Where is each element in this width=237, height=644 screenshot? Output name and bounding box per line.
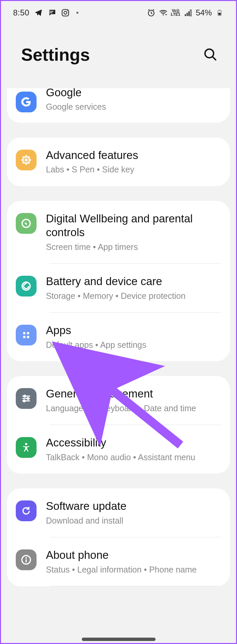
svg-rect-13 [219,13,221,15]
svg-point-20 [28,159,31,161]
svg-point-28 [27,332,29,334]
svg-line-15 [213,57,216,60]
svg-rect-0 [50,11,53,12]
svg-rect-8 [187,13,188,16]
svg-point-29 [23,336,25,338]
svg-rect-9 [188,11,189,16]
nav-bar[interactable] [1,638,236,641]
row-title: General management [46,387,221,400]
svg-point-32 [24,395,26,397]
row-title: Battery and device care [46,274,221,288]
settings-row-device-care[interactable]: Battery and device care Storage • Memory… [7,264,230,312]
alarm-icon [147,8,156,17]
svg-point-16 [25,159,28,162]
row-subtitle: Download and install [46,515,221,527]
svg-point-27 [23,332,25,334]
accessibility-icon [16,437,37,458]
wellbeing-icon [16,213,37,234]
battery-icon [215,8,224,17]
search-icon [203,47,218,62]
svg-rect-1 [50,12,52,13]
row-title: Google [46,88,221,99]
svg-point-19 [21,159,24,161]
svg-point-18 [25,162,27,165]
row-subtitle: Language and keyboard • Date and time [46,403,221,414]
row-title: Accessibility [46,436,221,449]
svg-point-22 [27,156,30,159]
svg-point-3 [64,11,67,14]
battery-percent: 54% [196,8,212,17]
svg-point-39 [25,557,27,559]
svg-point-37 [25,443,27,445]
svg-point-6 [163,14,164,15]
row-subtitle: Default apps • App settings [46,339,221,351]
svg-point-30 [27,336,29,338]
home-pill[interactable] [82,638,156,641]
signal-icon [184,8,192,17]
svg-rect-10 [190,10,191,16]
settings-row-apps[interactable]: Apps Default apps • App settings [7,313,230,361]
divider [50,586,221,586]
message-icon [48,8,56,17]
device-care-icon [16,276,37,297]
status-time: 8:50 [13,8,29,17]
telegram-icon [34,8,43,17]
settings-row-general-management[interactable]: General management Language and keyboard… [7,376,230,425]
row-title: Software update [46,499,221,513]
svg-rect-12 [219,10,221,11]
info-icon [16,549,37,570]
svg-point-24 [27,161,30,164]
row-subtitle: TalkBack • Mono audio • Assistant menu [46,452,221,463]
svg-point-4 [67,10,68,11]
row-subtitle: Labs • S Pen • Side key [46,164,221,175]
svg-point-21 [22,156,25,159]
page-title: Settings [21,45,90,65]
row-title: About phone [46,548,221,562]
settings-group: General management Language and keyboard… [7,376,230,474]
svg-rect-40 [25,559,27,562]
gear-flower-icon [16,150,37,170]
lte-indicator: Vo))LTE1 [171,9,180,16]
svg-point-23 [22,161,25,164]
apps-icon [16,325,37,345]
instagram-icon [61,8,70,17]
search-button[interactable] [202,46,219,63]
more-notifications-dot [76,12,78,14]
sliders-icon [16,388,37,409]
row-title: Digital Wellbeing and parental controls [46,212,221,239]
settings-group: Advanced features Labs • S Pen • Side ke… [7,138,230,186]
settings-group: Google Google services [7,88,230,123]
row-subtitle: Google services [46,101,221,113]
settings-group: Software update Download and install Abo… [7,488,230,586]
svg-point-17 [25,155,27,158]
settings-row-digital-wellbeing[interactable]: Digital Wellbeing and parental controls … [7,201,230,263]
row-subtitle: Status • Legal information • Phone name [46,564,221,576]
settings-row-accessibility[interactable]: Accessibility TalkBack • Mono audio • As… [7,425,230,474]
update-icon [16,500,37,521]
svg-point-36 [23,400,25,402]
settings-row-google[interactable]: Google Google services [7,88,230,123]
settings-list[interactable]: Google Google services Advanced features… [1,88,236,603]
wifi-icon [159,8,168,17]
settings-row-software-update[interactable]: Software update Download and install [7,488,230,537]
row-title: Advanced features [46,148,221,162]
row-subtitle: Screen time • App timers [46,241,221,253]
svg-point-14 [205,49,214,58]
settings-group: Digital Wellbeing and parental controls … [7,201,230,361]
settings-row-about-phone[interactable]: About phone Status • Legal information •… [7,537,230,586]
status-bar: 8:50 Vo))LTE1 54% [1,1,236,24]
svg-point-34 [27,397,29,399]
header: Settings [1,24,236,88]
row-subtitle: Storage • Memory • Device protection [46,290,221,302]
row-title: Apps [46,323,221,337]
settings-row-advanced-features[interactable]: Advanced features Labs • S Pen • Side ke… [7,138,230,186]
svg-rect-7 [185,14,186,16]
google-icon [16,92,37,112]
